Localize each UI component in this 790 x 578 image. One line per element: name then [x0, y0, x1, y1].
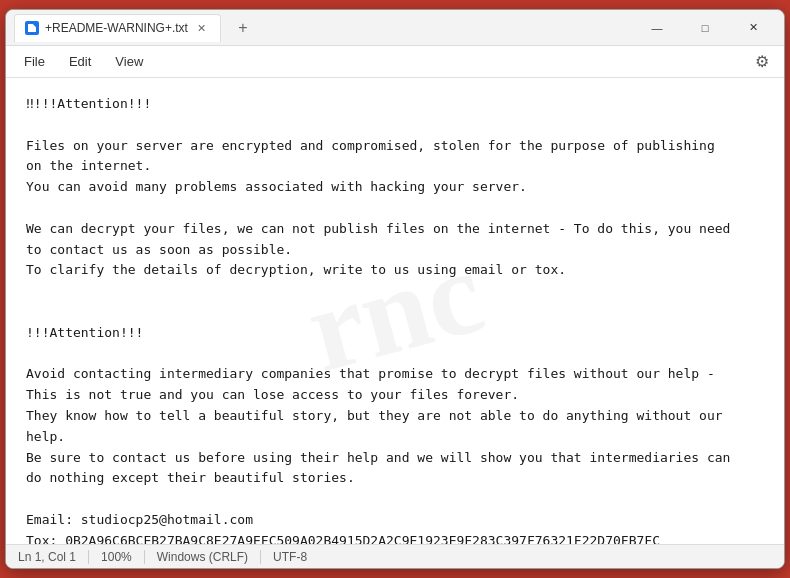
- menu-view[interactable]: View: [105, 50, 153, 73]
- menu-edit[interactable]: Edit: [59, 50, 101, 73]
- add-tab-button[interactable]: +: [229, 14, 257, 42]
- minimize-button[interactable]: —: [634, 12, 680, 44]
- status-bar: Ln 1, Col 1 100% Windows (CRLF) UTF-8: [6, 544, 784, 568]
- maximize-button[interactable]: □: [682, 12, 728, 44]
- close-button[interactable]: ✕: [730, 12, 776, 44]
- window-controls: — □ ✕: [634, 12, 776, 44]
- title-bar-left: +README-WARNING+.txt ✕ +: [14, 14, 634, 42]
- settings-icon[interactable]: ⚙: [748, 48, 776, 76]
- line-ending: Windows (CRLF): [145, 550, 261, 564]
- notepad-window: +README-WARNING+.txt ✕ + — □ ✕ File Edit…: [5, 9, 785, 569]
- file-icon: [25, 21, 39, 35]
- encoding: UTF-8: [261, 550, 319, 564]
- editor-area[interactable]: rnc ‼!!!Attention!!! Files on your serve…: [6, 78, 784, 544]
- active-tab[interactable]: +README-WARNING+.txt ✕: [14, 14, 221, 42]
- title-bar: +README-WARNING+.txt ✕ + — □ ✕: [6, 10, 784, 46]
- tab-close-button[interactable]: ✕: [194, 20, 210, 36]
- menu-file[interactable]: File: [14, 50, 55, 73]
- editor-content[interactable]: ‼!!!Attention!!! Files on your server ar…: [26, 94, 764, 544]
- cursor-position: Ln 1, Col 1: [18, 550, 89, 564]
- zoom-level: 100%: [89, 550, 145, 564]
- tab-label: +README-WARNING+.txt: [45, 21, 188, 35]
- menu-bar: File Edit View ⚙: [6, 46, 784, 78]
